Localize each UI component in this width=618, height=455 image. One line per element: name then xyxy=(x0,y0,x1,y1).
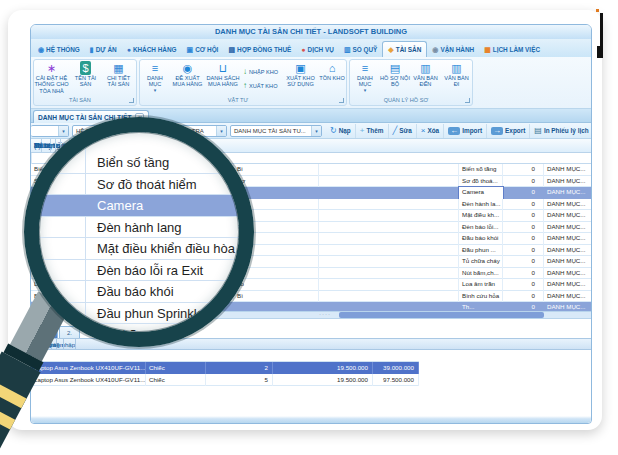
toolbar-button[interactable]: × Xóa xyxy=(416,124,443,138)
toolbar-button[interactable]: → Export xyxy=(486,124,529,138)
detail-icon: ▦ xyxy=(113,61,123,75)
table-row[interactable]: Laptop Asus Zenbook UX410UF-GV11... Chiế… xyxy=(31,362,419,374)
operation-icon: ◉ xyxy=(432,46,438,53)
filter-dropdown[interactable]: DANH MỤC TÀI SẢN TU... ▾ xyxy=(230,125,322,137)
toolbar-button-label: In Phiếu lý lịch xyxy=(544,127,589,134)
toolbar-button[interactable]: ╱ Sửa xyxy=(388,124,416,138)
building-system-settings-button[interactable]: ∗ CÀI ĐẶT HỆ THỐNG CHO TÒA NHÀ xyxy=(34,60,69,97)
menu-tab[interactable]: ● KHÁCH HÀNG xyxy=(122,41,182,57)
internal-records-button[interactable]: ▤ HỒ SƠ NỘI BỘ xyxy=(380,60,410,97)
cell-mo-ta: Camera xyxy=(459,187,503,199)
asset-detail-button[interactable]: ▦ CHI TIẾT TÀI SẢN xyxy=(102,60,135,97)
cell-thong-so xyxy=(319,187,459,199)
cell-ma-he-thong: Lo xyxy=(234,279,319,291)
cell-so-luong: 0 xyxy=(503,256,544,268)
cell-ma-he-thong: Bi xyxy=(234,164,319,176)
magnifier-ring xyxy=(24,117,254,347)
menu-tab-label: SỔ QUỸ xyxy=(353,46,378,53)
toolbar-button[interactable]: ← Import xyxy=(443,124,486,138)
cell-so-luong: 0 xyxy=(503,268,544,280)
toolbar-button[interactable]: ↻ Nạp xyxy=(326,124,355,138)
ribbon: ∗ CÀI ĐẶT HỆ THỐNG CHO TÒA NHÀ $ TÊN TÀI… xyxy=(31,57,591,109)
customer-icon: ● xyxy=(127,46,131,53)
ribbon-group-vat-tu: ≡ DANH MỤC ▾ ◉ ĐỀ XUẤT MUA HÀNG ⊔ DANH S… xyxy=(139,59,347,106)
dialog-launcher-icon[interactable] xyxy=(129,98,134,103)
scrollbar-thumb[interactable] xyxy=(339,312,544,318)
column-header[interactable]: Tài sản xyxy=(31,139,56,153)
menu-tab[interactable]: ◉ HỆ THỐNG xyxy=(33,41,85,57)
cell-ma-he-thong: Bì xyxy=(234,291,319,303)
cell-mo-ta: Tủ chữa cháy xyxy=(459,256,503,268)
export-icon: → xyxy=(491,127,503,135)
menu-tab-label: VẬN HÀNH xyxy=(440,46,474,53)
dialog-launcher-icon[interactable] xyxy=(465,98,470,103)
asset-name-button[interactable]: $ TÊN TÀI SẢN xyxy=(69,60,102,97)
cell-mo-ta: Nút bấm,ch... xyxy=(459,268,503,280)
truck-icon: ▣ xyxy=(295,61,305,75)
cell-thong-so xyxy=(319,176,459,188)
cashbook-icon: ▥ xyxy=(344,46,351,53)
cell-tai-san: DANH MỤC... xyxy=(544,279,591,291)
filter-cell[interactable] xyxy=(31,153,32,164)
toolbar-button-label: Xóa xyxy=(427,127,439,134)
chevron-down-icon: ▾ xyxy=(311,126,321,136)
cell-mo-ta: Đầu phun ... xyxy=(459,245,503,257)
menu-tab[interactable]: ▮ DỰ ÁN xyxy=(85,41,122,57)
cell-mo-ta: Đèn báo lỗi... xyxy=(459,222,503,234)
incoming-document-button[interactable]: ▥ VĂN BẢN ĐẾN xyxy=(410,60,441,97)
table-row[interactable]: Laptop Asus Zenbook UX410UF-GV11... Chiế… xyxy=(31,374,419,386)
window-bottom-strip xyxy=(31,416,591,423)
refresh-icon: ↻ xyxy=(330,127,337,135)
menu-tab[interactable]: ▥ SỔ QUỸ xyxy=(339,41,382,57)
system-icon: ◉ xyxy=(38,46,44,53)
import-icon: ← xyxy=(448,127,460,135)
cell-tai-san: DANH MỤC... xyxy=(544,291,591,303)
cell-tai-san: DANH MỤC... xyxy=(544,187,591,199)
cell-don-gia: 19.500.000 xyxy=(273,374,373,386)
warehouse-out-icon: ↑ xyxy=(243,81,247,90)
filter-dropdown[interactable]: ▾ xyxy=(31,125,69,137)
cell-mo-ta: Sơ đồ thoá... xyxy=(459,176,503,188)
menu-tab[interactable]: ▦ LỊCH LÀM VIỆC xyxy=(479,41,545,57)
cell-tai-san: DANH MỤC... xyxy=(544,222,591,234)
records-catalog-button[interactable]: ≡ DANH MỤC ▾ xyxy=(350,60,380,97)
toolbar-button[interactable]: ▤ In Phiếu lý lịch xyxy=(529,124,592,138)
toolbar-button-label: Thêm xyxy=(366,127,383,134)
toolbar-button[interactable]: + Thêm xyxy=(355,124,388,138)
menu-tab-label: HỆ THỐNG xyxy=(46,46,80,53)
list-icon: ≡ xyxy=(362,61,368,75)
contract-icon: ▤ xyxy=(228,46,235,53)
stock-out-usage-button[interactable]: ▣ XUẤT KHO SỬ DỤNG xyxy=(283,60,318,97)
stock-in-button[interactable]: ↓ NHẬP KHO xyxy=(241,66,283,77)
inventory-button[interactable]: ⌂ TỒN KHO xyxy=(318,60,346,97)
cell-tai-san: DANH MỤC... xyxy=(544,164,591,176)
purchase-request-button[interactable]: ◉ ĐỀ XUẤT MUA HÀNG xyxy=(170,60,205,97)
cell-thong-so xyxy=(319,233,459,245)
project-icon: ▮ xyxy=(90,46,94,53)
menu-tab[interactable]: ◆ TÀI SẢN xyxy=(382,41,427,57)
cursor-artifact-foot xyxy=(597,46,600,58)
outgoing-document-button[interactable]: ▥ VĂN BẢN ĐI xyxy=(441,60,472,97)
menu-tab-label: DỰ ÁN xyxy=(96,46,117,53)
cell-tai-san: DANH MỤC... xyxy=(544,233,591,245)
window-title: DANH MỤC TÀI SẢN CHI TIẾT - LANDSOFT BUI… xyxy=(215,27,407,36)
menu-tab-label: DỊCH VỤ xyxy=(308,46,334,53)
material-catalog-button[interactable]: ≡ DANH MỤC ▾ xyxy=(140,60,170,97)
cell-thanh-tien: 97.500.000 xyxy=(373,374,419,386)
cell-thong-so xyxy=(319,222,459,234)
stock-out-button[interactable]: ↑ XUẤT KHO xyxy=(241,80,283,91)
menu-tab[interactable]: ▤ HỢP ĐỒNG THUÊ xyxy=(223,41,296,57)
menu-tab[interactable]: ● DỊCH VỤ xyxy=(296,41,339,57)
menu-tab[interactable]: ▣ CƠ HỘI xyxy=(182,41,224,57)
menu-tab-label: HỢP ĐỒNG THUÊ xyxy=(237,46,291,53)
cell-thanh-tien: 39.000.000 xyxy=(373,362,419,374)
cell-thong-so xyxy=(319,256,459,268)
cell-so-luong: 0 xyxy=(503,245,544,257)
ribbon-group-label: TÀI SẢN xyxy=(34,96,126,104)
menu-tab[interactable]: ◉ VẬN HÀNH xyxy=(427,41,479,57)
doc-in-icon: ▥ xyxy=(420,61,430,75)
cell-don-gia: 19.500.000 xyxy=(273,362,373,374)
dialog-launcher-icon[interactable] xyxy=(339,98,344,103)
toolbar-buttons: ↻ Nạp + Thêm ╱ Sửa × Xóa ← Import xyxy=(326,123,592,139)
purchase-list-button[interactable]: ⊔ DANH SÁCH MUA HÀNG xyxy=(205,60,241,97)
